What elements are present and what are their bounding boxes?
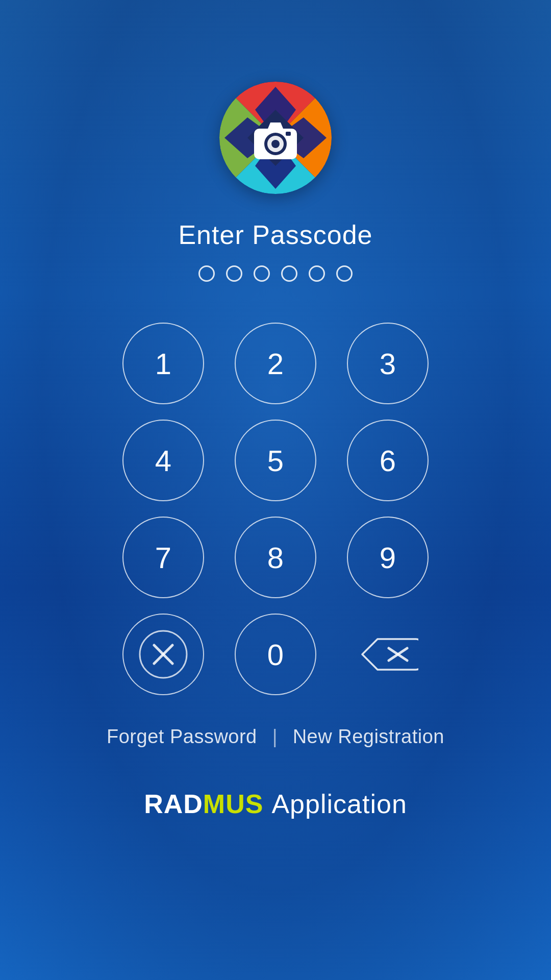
passcode-dot-6 — [336, 265, 353, 282]
numpad-row-1: 1 2 3 — [122, 323, 429, 404]
passcode-dot-3 — [254, 265, 270, 282]
key-8[interactable]: 8 — [235, 517, 316, 598]
numpad-row-3: 7 8 9 — [122, 517, 429, 598]
numpad-row-4: 0 — [122, 614, 429, 695]
forget-password-link[interactable]: Forget Password — [107, 726, 257, 748]
new-registration-link[interactable]: New Registration — [293, 726, 444, 748]
passcode-dot-2 — [226, 265, 242, 282]
key-3[interactable]: 3 — [347, 323, 429, 404]
key-2[interactable]: 2 — [235, 323, 316, 404]
passcode-dots — [198, 265, 353, 282]
branding: RAD MUS Application — [144, 789, 407, 819]
passcode-dot-5 — [309, 265, 325, 282]
main-container: Enter Passcode 1 2 3 4 5 6 7 8 9 — [0, 0, 551, 819]
passcode-dot-4 — [281, 265, 297, 282]
brand-rad: RAD — [144, 789, 203, 819]
brand-mus: MUS — [203, 789, 264, 819]
key-6[interactable]: 6 — [347, 420, 429, 501]
key-1[interactable]: 1 — [122, 323, 204, 404]
links-divider: | — [272, 726, 278, 748]
svg-rect-15 — [286, 132, 291, 136]
svg-point-14 — [271, 140, 280, 148]
numpad: 1 2 3 4 5 6 7 8 9 0 — [122, 323, 429, 695]
key-4[interactable]: 4 — [122, 420, 204, 501]
cancel-icon — [138, 629, 189, 680]
enter-passcode-title: Enter Passcode — [178, 219, 372, 250]
cancel-button[interactable] — [122, 614, 204, 695]
key-9[interactable]: 9 — [347, 517, 429, 598]
backspace-button[interactable] — [347, 614, 429, 695]
app-icon — [219, 82, 332, 194]
key-0[interactable]: 0 — [235, 614, 316, 695]
key-5[interactable]: 5 — [235, 420, 316, 501]
backspace-icon — [357, 634, 418, 675]
bottom-links: Forget Password | New Registration — [107, 726, 444, 748]
numpad-row-2: 4 5 6 — [122, 420, 429, 501]
brand-app: Application — [271, 789, 407, 819]
passcode-dot-1 — [198, 265, 215, 282]
key-7[interactable]: 7 — [122, 517, 204, 598]
